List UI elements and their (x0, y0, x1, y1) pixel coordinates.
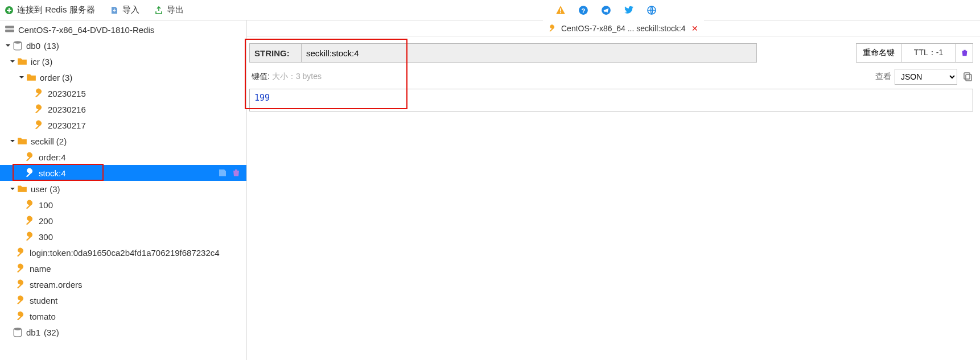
tree-db0-label: db0 (26, 41, 40, 51)
key-icon (16, 279, 26, 289)
tree-key[interactable]: 300 (0, 229, 246, 245)
import-label: 导入 (122, 5, 139, 15)
key-icon (16, 311, 26, 321)
edit-icon[interactable] (218, 168, 227, 177)
key-icon (549, 24, 557, 32)
chevron-down-icon (9, 138, 16, 144)
tree-key-label: stream.orders (30, 280, 83, 289)
folder-icon (17, 184, 27, 194)
svg-rect-12 (964, 73, 970, 79)
delete-button[interactable] (956, 43, 973, 63)
tree-folder-count: (3) (62, 73, 72, 82)
tree-db0-count: (13) (44, 41, 59, 51)
ttl-button[interactable]: TTL：-1 (901, 43, 956, 63)
rename-button[interactable]: 重命名键 (856, 43, 901, 63)
tree-key[interactable]: 20230215 (0, 85, 246, 101)
view-label: 查看 (875, 72, 891, 82)
key-icon (25, 216, 35, 226)
trash-icon (961, 49, 969, 57)
tree-key[interactable]: login:token:0da91650ca2b4fd1a706219f6872… (0, 245, 246, 260)
svg-rect-1 (560, 8, 561, 11)
key-detail-panel: STRING: 重命名键 TTL：-1 键值: 大小：3 bytes 查看 JS… (247, 36, 980, 111)
tree-key-selected[interactable]: stock:4 (0, 165, 246, 181)
svg-point-9 (14, 41, 22, 44)
key-icon (34, 104, 44, 114)
plus-icon (5, 6, 14, 15)
key-icon (25, 168, 35, 178)
tree-key-label: student (30, 296, 57, 305)
telegram-icon[interactable] (601, 5, 611, 15)
sidebar[interactable]: CentOS-7-x86_64-DVD-1810-Redis db0 (13) … (0, 20, 247, 360)
value-label: 键值: (252, 72, 270, 82)
tree-key-label: login:token:0da91650ca2b4fd1a706219f6872… (30, 248, 220, 258)
import-button[interactable]: 导入 (110, 5, 139, 15)
connect-label: 连接到 Redis 服务器 (17, 5, 95, 15)
key-icon (16, 263, 26, 274)
tree-key-label: tomato (30, 312, 56, 321)
import-icon (110, 6, 119, 15)
database-icon (13, 40, 23, 51)
tree-folder-order[interactable]: order (3) (0, 69, 246, 85)
key-icon (25, 152, 35, 162)
key-icon (25, 231, 35, 242)
tree-key[interactable]: student (0, 292, 246, 308)
top-toolbar: 连接到 Redis 服务器 导入 导出 ? (0, 0, 980, 20)
tree-key[interactable]: 20230216 (0, 101, 246, 117)
key-tree: CentOS-7-x86_64-DVD-1810-Redis db0 (13) … (0, 20, 246, 345)
chevron-down-icon (9, 185, 16, 192)
size-label: 大小：3 bytes (272, 72, 322, 82)
connect-button[interactable]: 连接到 Redis 服务器 (5, 5, 95, 15)
tab-bar: CentOS-7-x86_64 ... seckill:stock:4 ✕ (247, 20, 980, 36)
help-icon[interactable]: ? (578, 5, 588, 15)
export-button[interactable]: 导出 (154, 5, 184, 15)
tree-key[interactable]: name (0, 260, 246, 276)
folder-icon (17, 56, 27, 67)
tree-folder-user[interactable]: user (3) (0, 181, 246, 197)
key-icon (34, 88, 44, 98)
tree-db1[interactable]: db1 (32) (0, 324, 246, 340)
copy-icon[interactable] (963, 72, 973, 82)
detail-row-meta: 键值: 大小：3 bytes 查看 JSON (252, 68, 973, 85)
key-name-input[interactable] (302, 43, 757, 63)
tree-key[interactable]: 100 (0, 197, 246, 213)
twitter-icon[interactable] (624, 5, 634, 15)
tree-key-label: order:4 (39, 152, 66, 162)
tree-key-label: name (30, 264, 51, 274)
trash-icon[interactable] (232, 168, 241, 177)
tree-folder-label: user (31, 184, 47, 194)
folder-icon (17, 136, 27, 146)
tree-key[interactable]: 200 (0, 213, 246, 229)
tree-folder-label: icr (31, 57, 40, 67)
tree-key-label: 200 (39, 216, 53, 226)
key-icon (34, 120, 44, 130)
tree-server[interactable]: CentOS-7-x86_64-DVD-1810-Redis (0, 22, 246, 38)
tree-key[interactable]: stream.orders (0, 276, 246, 292)
detail-row-type: STRING: 重命名键 TTL：-1 (249, 43, 973, 63)
value-textarea[interactable]: 199 (249, 89, 973, 111)
key-icon (16, 295, 26, 305)
spacer (757, 43, 856, 63)
tree-key[interactable]: tomato (0, 308, 246, 324)
tree-db0[interactable]: db0 (13) (0, 38, 246, 53)
tree-folder-seckill[interactable]: seckill (2) (0, 133, 246, 149)
content-pane: CentOS-7-x86_64 ... seckill:stock:4 ✕ ST… (247, 20, 980, 360)
tree-key-actions (218, 168, 246, 177)
close-icon[interactable]: ✕ (691, 24, 698, 33)
svg-rect-8 (5, 30, 14, 32)
toolbar-right-icons: ? (555, 5, 975, 15)
globe-icon[interactable] (647, 5, 657, 15)
tree-folder-label: seckill (31, 136, 54, 146)
view-mode-select[interactable]: JSON (895, 69, 957, 85)
tree-folder-count: (3) (42, 57, 52, 67)
tab-key[interactable]: CentOS-7-x86_64 ... seckill:stock:4 ✕ (543, 20, 704, 36)
svg-rect-7 (5, 26, 14, 28)
warning-icon[interactable] (555, 5, 566, 15)
tree-key-label: 20230216 (48, 105, 86, 114)
tree-key[interactable]: order:4 (0, 149, 246, 165)
tree-server-label: CentOS-7-x86_64-DVD-1810-Redis (18, 25, 154, 35)
tree-key-label: 100 (39, 200, 53, 210)
tree-folder-icr[interactable]: icr (3) (0, 53, 246, 69)
tree-key[interactable]: 20230217 (0, 117, 246, 133)
svg-rect-2 (560, 12, 561, 13)
toolbar-left: 连接到 Redis 服务器 导入 导出 (5, 5, 184, 15)
